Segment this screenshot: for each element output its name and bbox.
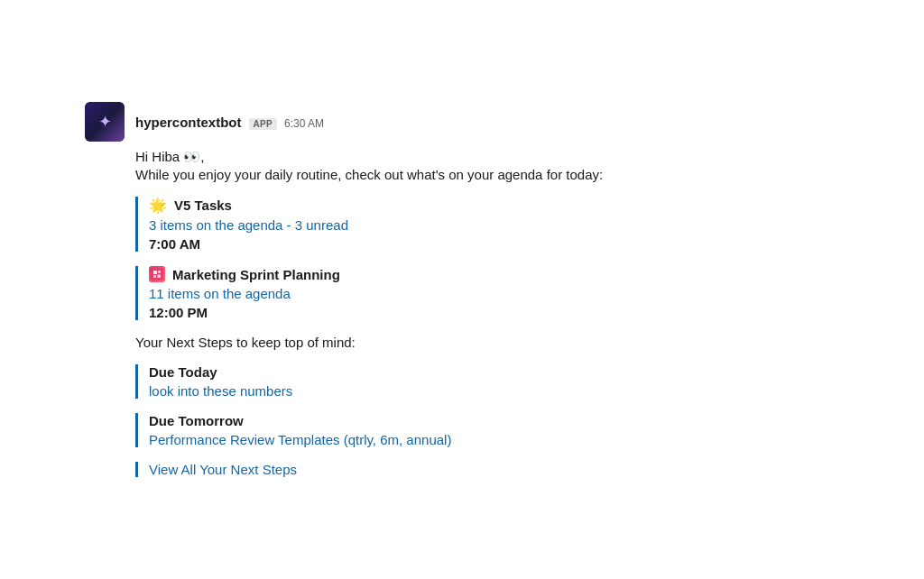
message-container: ✦ hypercontextbot APP 6:30 AM Hi Hiba 👀,… [56,80,868,499]
agenda-link-marketing[interactable]: 11 items on the agenda [149,286,839,301]
meeting-title-v5tasks: V5 Tasks [174,198,232,213]
meeting-emoji-v5tasks: 🌟 [149,197,167,214]
meeting-time-v5tasks: 7:00 AM [149,236,839,252]
svg-rect-0 [151,268,163,280]
message-header: ✦ hypercontextbot APP 6:30 AM [85,102,839,142]
app-badge: APP [249,118,277,130]
avatar: ✦ [85,102,125,142]
due-today-label: Due Today [149,364,839,380]
meeting-title-row-marketing: Marketing Sprint Planning [149,266,839,282]
view-all-link[interactable]: View All Your Next Steps [149,462,297,477]
meeting-block-v5tasks: 🌟 V5 Tasks 3 items on the agenda - 3 unr… [135,197,839,252]
intro-text: While you enjoy your daily routine, chec… [135,167,839,182]
svg-rect-4 [158,275,162,279]
greeting-text: Hi Hiba 👀, [135,149,839,165]
due-tomorrow-label: Due Tomorrow [149,413,839,428]
next-step-due-today: Due Today look into these numbers [135,364,839,399]
message-timestamp: 6:30 AM [284,117,324,130]
svg-rect-1 [153,271,157,274]
message-body: Hi Hiba 👀, While you enjoy your daily ro… [135,149,839,477]
view-all-block: View All Your Next Steps [135,462,839,477]
marketing-icon [149,266,165,282]
next-step-due-tomorrow: Due Tomorrow Performance Review Template… [135,413,839,447]
svg-rect-2 [158,271,161,273]
meeting-time-marketing: 12:00 PM [149,305,839,320]
meeting-block-marketing: Marketing Sprint Planning 11 items on th… [135,266,839,320]
svg-rect-3 [153,275,156,278]
header-info: hypercontextbot APP 6:30 AM [135,115,324,130]
meeting-title-marketing: Marketing Sprint Planning [172,267,340,282]
bot-name: hypercontextbot [135,115,242,130]
due-tomorrow-link[interactable]: Performance Review Templates (qtrly, 6m,… [149,432,451,447]
bot-avatar-icon: ✦ [98,112,112,132]
agenda-link-v5tasks[interactable]: 3 items on the agenda - 3 unread [149,217,839,233]
next-steps-intro: Your Next Steps to keep top of mind: [135,335,839,350]
meeting-title-row: 🌟 V5 Tasks [149,197,839,214]
due-today-link[interactable]: look into these numbers [149,383,292,399]
